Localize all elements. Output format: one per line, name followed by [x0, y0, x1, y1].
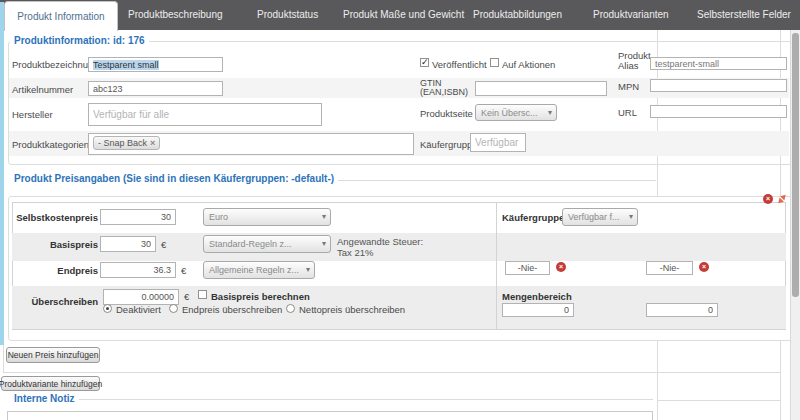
chevron-down-icon: ▾ — [322, 212, 326, 221]
tab-selbsterstellte-felder[interactable]: Selbsterstellte Felder — [697, 9, 791, 20]
artikelnummer-input[interactable] — [88, 81, 223, 96]
endpreis-input[interactable] — [100, 262, 176, 278]
produktbezeichnung-selected-text: Testparent small — [93, 60, 159, 70]
pricing-kaeufergruppe-value: Verfügbar f... — [568, 212, 620, 222]
tab-produkt-information[interactable]: Produkt Information — [4, 1, 118, 31]
menge-bis-input[interactable] — [646, 303, 718, 317]
currency-selected-value: Euro — [209, 212, 228, 222]
kaeufergruppe-label: Käufergruppe — [420, 139, 478, 150]
product-edit-page: Produktbeschreibung Produktstatus Produk… — [0, 0, 800, 420]
pricing-kaeufergruppe-label: Käufergruppe — [502, 212, 564, 223]
hersteller-label: Hersteller — [12, 109, 53, 120]
tab-produktvarianten[interactable]: Produktvarianten — [593, 9, 669, 20]
expand-icon[interactable] — [777, 194, 787, 204]
basispreis-berechnen-checkbox[interactable] — [198, 290, 207, 299]
chevron-down-icon: ▾ — [306, 265, 310, 274]
veroeffentlicht-label: Veröffentlicht — [432, 59, 487, 70]
gtin-label-line2: (EAN,ISBN) — [420, 87, 468, 97]
pane-bottom-border — [3, 372, 780, 373]
auf-aktionen-label: Auf Aktionen — [502, 59, 555, 70]
valid-until-input[interactable] — [646, 261, 693, 275]
endpreis-currency-symbol: € — [181, 265, 186, 276]
right-row-line-2 — [658, 400, 780, 401]
hersteller-input[interactable] — [88, 103, 322, 126]
mpn-input[interactable] — [650, 79, 787, 92]
produktseite-select[interactable]: Kein Übersc... ▾ — [475, 104, 557, 121]
veroeffentlicht-checkbox[interactable]: ✓ — [420, 58, 429, 67]
endpreis-label: Endpreis — [12, 265, 98, 276]
internal-note-legend: Interne Notiz — [10, 393, 79, 404]
basispreis-input[interactable] — [100, 236, 156, 252]
clear-valid-until-icon[interactable]: × — [699, 262, 709, 272]
selbstkostenpreis-label: Selbstkostenpreis — [12, 212, 98, 223]
url-input[interactable] — [650, 105, 787, 118]
internal-note-legend-line — [75, 399, 653, 400]
ueberschreiben-label: Überschreiben — [12, 296, 98, 307]
ueberschreiben-input[interactable] — [103, 289, 179, 305]
basispreis-berechnen-label: Basispreis berechnen — [211, 291, 310, 302]
valid-from-input[interactable] — [505, 261, 550, 275]
kaeufergruppe-input[interactable] — [470, 133, 526, 152]
produktseite-selected-value: Kein Übersc... — [481, 108, 538, 118]
tab-produktstatus[interactable]: Produktstatus — [257, 9, 318, 20]
kategorie-tag-chip[interactable]: - Snap Back× — [93, 136, 160, 150]
basispreis-label: Basispreis — [12, 239, 98, 250]
menge-von-input[interactable] — [502, 303, 574, 317]
left-accent-border — [0, 2, 4, 345]
url-label: URL — [618, 107, 637, 118]
product-info-legend: Produktinformation: id: 176 — [10, 35, 149, 46]
add-variant-button[interactable]: Produktvariante hinzufügen — [1, 376, 100, 391]
remove-tag-icon[interactable]: × — [150, 138, 155, 148]
chevron-down-icon: ▾ — [629, 212, 633, 221]
produktbezeichnung-label: Produktbezeichnung — [12, 59, 99, 70]
delete-price-panel-icon[interactable]: × — [763, 194, 773, 204]
tab-produktbeschreibung[interactable]: Produktbeschreibung — [128, 9, 223, 20]
chevron-down-icon: ▾ — [548, 107, 552, 116]
mengenbereich-label: Mengenbereich — [502, 291, 572, 302]
produktbezeichnung-input[interactable]: Testparent small — [88, 57, 223, 72]
pricing-legend: Produkt Preisangaben (Sie sind in diesen… — [10, 173, 338, 184]
chevron-down-icon: ▾ — [322, 239, 326, 248]
internal-note-textarea[interactable] — [7, 411, 653, 420]
tab-produktabbildungen[interactable]: Produktabbildungen — [473, 9, 562, 20]
radio-deaktiviert[interactable] — [103, 304, 112, 313]
basispreis-currency-symbol: € — [161, 239, 166, 250]
selbstkostenpreis-input[interactable] — [100, 209, 176, 225]
radio-endpreis-ueberschreiben[interactable] — [169, 304, 178, 313]
pricing-kaeufergruppe-select[interactable]: Verfügbar f... ▾ — [562, 208, 638, 226]
tab-produkt-masse-und-gewicht[interactable]: Produkt Maße und Gewicht — [343, 9, 464, 20]
gtin-input[interactable] — [475, 81, 607, 96]
produktseite-label: Produktseite — [420, 108, 473, 119]
scrollbar-thumb[interactable] — [792, 33, 799, 297]
basispreis-rule-value: Standard-Regeln z... — [209, 239, 292, 249]
endpreis-rule-select[interactable]: Allgemeine Regeln z... ▾ — [203, 261, 315, 279]
pricing-legend-line — [306, 180, 656, 181]
applied-tax-value: Tax 21% — [337, 247, 373, 258]
applied-tax-label: Angewandte Steuer: — [337, 236, 423, 247]
artikelnummer-label: Artikelnummer — [12, 84, 73, 95]
produkt-alias-label-line2: Alias — [618, 60, 639, 71]
basispreis-rule-select[interactable]: Standard-Regeln z... ▾ — [203, 235, 331, 253]
mpn-label: MPN — [618, 81, 639, 92]
radio-nettopreis-ueberschreiben[interactable] — [286, 304, 295, 313]
pricing-column-divider — [496, 202, 497, 330]
clear-valid-from-icon[interactable]: × — [556, 262, 566, 272]
currency-select[interactable]: Euro ▾ — [203, 208, 331, 226]
ueberschreiben-currency-symbol: € — [184, 291, 189, 302]
endpreis-rule-value: Allgemeine Regeln z... — [209, 265, 299, 275]
radio-nettopreis-label: Nettopreis überschreiben — [299, 304, 405, 315]
produkt-alias-input[interactable] — [650, 57, 787, 70]
kategorie-tag-label: - Snap Back — [98, 138, 147, 148]
add-price-button[interactable]: Neuen Preis hinzufügen — [6, 347, 100, 363]
auf-aktionen-checkbox[interactable] — [490, 58, 499, 67]
radio-endpreis-label: Endpreis überschreiben — [182, 304, 282, 315]
produktkategorien-label: Produktkategorien — [12, 139, 89, 150]
radio-deaktiviert-label: Deaktiviert — [116, 304, 161, 315]
tab-bar: Produktbeschreibung Produktstatus Produk… — [0, 0, 800, 30]
